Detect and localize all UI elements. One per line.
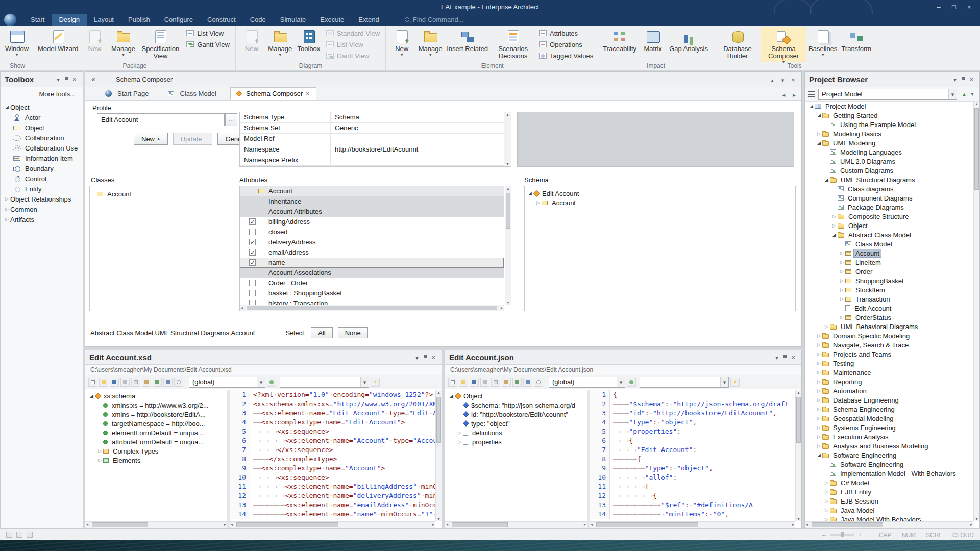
- tree-item[interactable]: attributeFormDefault = unqua...: [86, 437, 227, 446]
- profile-button[interactable]: Update: [173, 133, 213, 145]
- ribbon-button[interactable]: New ▾: [387, 27, 416, 62]
- project-tree-item[interactable]: Component Diagrams: [806, 193, 973, 203]
- toolbox-item[interactable]: Boundary: [1, 163, 83, 173]
- tree-arrow-icon[interactable]: [839, 269, 845, 274]
- tree-item[interactable]: xs:schema: [86, 391, 227, 400]
- attribute-checkbox[interactable]: [249, 229, 256, 235]
- tree-arrow-icon[interactable]: [816, 352, 822, 357]
- profile-name-field[interactable]: Edit Account: [97, 113, 225, 126]
- vertical-scrollbar[interactable]: [795, 390, 801, 521]
- ribbon-button[interactable]: Manage ▾: [109, 27, 137, 62]
- tree-item[interactable]: properties: [446, 437, 587, 446]
- tree-arrow-icon[interactable]: [816, 379, 822, 384]
- toolbox-item[interactable]: Entity: [1, 184, 83, 194]
- tree-arrow-icon[interactable]: [839, 315, 845, 320]
- ribbon-tab[interactable]: Publish: [121, 14, 157, 26]
- tree-arrow-icon[interactable]: [831, 232, 838, 237]
- ribbon-small-button[interactable]: Gantt View: [184, 39, 233, 50]
- project-tree-item[interactable]: Abstract Class Model: [806, 230, 973, 239]
- editor-toolbar-icon[interactable]: [99, 378, 108, 387]
- editor-toolbar-icon[interactable]: [88, 378, 97, 387]
- editor-toolbar-icon[interactable]: [523, 378, 532, 387]
- horizontal-scrollbar[interactable]: [590, 521, 795, 528]
- property-row[interactable]: Model Ref: [240, 134, 504, 144]
- refresh-icon[interactable]: [267, 378, 276, 387]
- zoom-control[interactable]: [820, 531, 865, 538]
- select-all-button[interactable]: All: [311, 327, 332, 338]
- project-tree-item[interactable]: Modeling Languages: [806, 147, 973, 157]
- dropdown-icon[interactable]: [779, 77, 787, 84]
- close-icon[interactable]: [967, 76, 975, 83]
- project-tree-item[interactable]: Geospatial Modeling: [806, 414, 973, 423]
- pin-icon[interactable]: [961, 76, 966, 83]
- code-editor[interactable]: 1 { 2 –→–→"$schema":·"http://json-schema…: [590, 390, 801, 528]
- ribbon-tab[interactable]: Layout: [87, 14, 121, 26]
- tree-arrow-icon[interactable]: [823, 508, 830, 513]
- editor-toolbar-icon[interactable]: [480, 378, 489, 387]
- attribute-checkbox[interactable]: [249, 218, 256, 225]
- close-icon[interactable]: [789, 77, 797, 84]
- ribbon-tab[interactable]: Construct: [200, 14, 243, 26]
- project-tree-item[interactable]: C# Model: [806, 478, 973, 487]
- statusbar-icon[interactable]: [16, 532, 22, 538]
- tree-item[interactable]: elementFormDefault = unqua...: [86, 428, 227, 437]
- ribbon-button[interactable]: Schema Composer ▾: [761, 27, 806, 62]
- ribbon-tab[interactable]: Configure: [157, 14, 200, 26]
- project-tree-item[interactable]: Navigate, Search & Trace: [806, 340, 973, 349]
- scope-combobox[interactable]: (global): [549, 377, 625, 388]
- project-tree-item[interactable]: Implementation Model - With Behaviors: [806, 469, 973, 478]
- tree-item[interactable]: Object: [446, 391, 587, 400]
- project-tree-item[interactable]: Systems Engineering: [806, 423, 973, 432]
- project-tree-item[interactable]: UML Behavioral Diagrams: [806, 322, 973, 331]
- attribute-row[interactable]: basket : ShoppingBasket: [240, 288, 504, 298]
- ribbon-button[interactable]: Window ▾: [3, 27, 31, 62]
- ribbon-tab[interactable]: Extend: [351, 14, 386, 26]
- editor-toolbar-icon[interactable]: [502, 378, 511, 387]
- find-command-box[interactable]: Find Command...: [405, 16, 464, 23]
- chevron-down-icon[interactable]: [413, 354, 421, 361]
- tree-arrow-icon[interactable]: [816, 453, 822, 458]
- menu-icon[interactable]: [808, 91, 815, 97]
- close-icon[interactable]: ×: [306, 90, 311, 97]
- tree-arrow-icon[interactable]: [839, 296, 845, 302]
- close-icon[interactable]: [70, 76, 79, 83]
- project-tree-item[interactable]: Using the Example Model: [806, 120, 973, 129]
- tree-arrow-icon[interactable]: [527, 191, 533, 196]
- ribbon-tab[interactable]: Design: [52, 14, 86, 26]
- editor-toolbar-icon[interactable]: [491, 378, 500, 387]
- project-tree-item[interactable]: Transaction: [806, 294, 973, 304]
- property-row[interactable]: Namespace Prefix: [240, 155, 504, 166]
- ribbon-button[interactable]: Baselines ▾: [806, 27, 839, 62]
- tree-arrow-icon[interactable]: [535, 200, 542, 205]
- editor-toolbar-icon[interactable]: [153, 378, 162, 387]
- tree-arrow-icon[interactable]: [823, 480, 830, 485]
- minimize-button[interactable]: [931, 3, 946, 11]
- tree-arrow-icon[interactable]: [456, 439, 463, 444]
- tab-scroll-right-icon[interactable]: [790, 91, 798, 98]
- vertical-scrollbar[interactable]: [505, 186, 511, 305]
- project-tree-item[interactable]: Java Model: [806, 506, 973, 515]
- attribute-checkbox[interactable]: [249, 300, 256, 305]
- horizontal-scrollbar[interactable]: [805, 521, 973, 528]
- expand-icon[interactable]: [968, 90, 976, 98]
- ribbon-small-button[interactable]: Operations: [537, 39, 597, 50]
- horizontal-scrollbar[interactable]: [240, 305, 504, 311]
- tree-arrow-icon[interactable]: [816, 342, 822, 347]
- tree-arrow-icon[interactable]: [816, 425, 822, 430]
- ribbon-small-button[interactable]: Attributes: [537, 28, 597, 39]
- ribbon-button[interactable]: Gap Analysis: [667, 27, 710, 62]
- tree-arrow-icon[interactable]: [831, 223, 838, 228]
- toolbox-item[interactable]: Object: [1, 122, 83, 133]
- tree-arrow-icon[interactable]: [816, 370, 822, 375]
- chevron-down-icon[interactable]: [951, 76, 959, 83]
- schema-tree-item[interactable]: Account: [525, 198, 795, 207]
- attribute-checkbox[interactable]: [249, 249, 256, 256]
- profile-button[interactable]: New ▸: [134, 133, 168, 145]
- browse-button[interactable]: ...: [225, 113, 237, 126]
- tree-item[interactable]: $schema: "http://json-schema.org/d: [446, 400, 587, 410]
- close-icon[interactable]: [789, 354, 797, 361]
- zoom-out-icon[interactable]: [820, 531, 828, 538]
- tree-arrow-icon[interactable]: [816, 361, 822, 366]
- project-tree-item[interactable]: Execution Analysis: [806, 432, 973, 441]
- project-tree-item[interactable]: Composite Structure: [806, 212, 973, 221]
